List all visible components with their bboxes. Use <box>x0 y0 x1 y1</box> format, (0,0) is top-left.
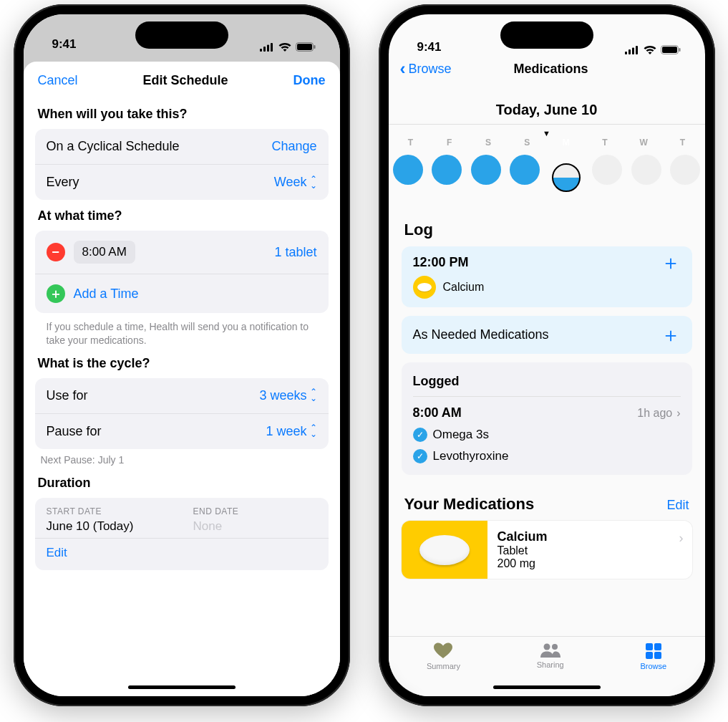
logged-item[interactable]: ✓Omega 3s <box>413 428 681 442</box>
svg-rect-3 <box>271 43 273 52</box>
dynamic-island <box>135 21 228 49</box>
your-meds-heading-row: Your Medications Edit <box>404 495 689 514</box>
as-needed-label: As Needed Medications <box>413 327 549 342</box>
pill-icon <box>419 535 470 565</box>
chevron-updown-icon: ⌃⌄ <box>310 176 317 189</box>
log-med-row[interactable]: Calcium <box>413 276 681 299</box>
every-value[interactable]: Week⌃⌄ <box>274 175 317 190</box>
day-dot[interactable] <box>592 155 622 185</box>
home-indicator[interactable] <box>493 685 601 689</box>
as-needed-card[interactable]: As Needed Medications ＋ <box>402 316 692 354</box>
home-indicator[interactable] <box>128 685 236 689</box>
medication-form: Tablet <box>498 544 682 557</box>
caret-down-icon: ▼ <box>389 129 705 138</box>
screen-right: 9:41 ‹ Browse Medications Today, June 10… <box>389 14 705 696</box>
tab-label: Browse <box>640 662 666 670</box>
add-as-needed-button[interactable]: ＋ <box>661 328 681 342</box>
tab-browse[interactable]: Browse <box>640 642 666 696</box>
svg-rect-16 <box>646 643 653 650</box>
day-label[interactable]: T <box>587 138 623 148</box>
use-for-row[interactable]: Use for 3 weeks⌃⌄ <box>35 378 329 413</box>
pause-for-value[interactable]: 1 week⌃⌄ <box>266 424 316 439</box>
every-label: Every <box>47 175 79 190</box>
day-label[interactable]: F <box>432 138 467 148</box>
done-button[interactable]: Done <box>293 73 326 88</box>
day-dot[interactable] <box>670 155 700 185</box>
add-time-label: Add a Time <box>74 287 139 302</box>
svg-rect-8 <box>628 49 631 54</box>
logged-time-row[interactable]: 8:00 AM 1h ago› <box>413 397 681 420</box>
pause-for-row[interactable]: Pause for 1 week⌃⌄ <box>35 413 329 449</box>
battery-icon <box>661 45 681 54</box>
day-label[interactable]: T <box>393 138 429 148</box>
section-when-heading: When will you take this? <box>38 107 326 122</box>
main-content[interactable]: Log 12:00 PM ＋ Calcium As Needed Medicat… <box>389 206 705 643</box>
phone-right: 9:41 ‹ Browse Medications Today, June 10… <box>379 4 715 706</box>
start-date-cell: START DATE June 10 (Today) <box>35 498 182 538</box>
day-dot-today[interactable] <box>552 163 581 192</box>
sheet-content[interactable]: When will you take this? On a Cyclical S… <box>24 95 340 696</box>
schedule-type-row: On a Cyclical Schedule Change <box>35 129 329 164</box>
edit-meds-button[interactable]: Edit <box>666 498 689 513</box>
svg-rect-0 <box>260 49 262 52</box>
edit-duration-button[interactable]: Edit <box>35 539 329 570</box>
every-row[interactable]: Every Week⌃⌄ <box>35 164 329 200</box>
phone-left: 9:41 Cancel Edit Schedule Done When will… <box>14 4 350 706</box>
day-dot[interactable] <box>631 155 661 185</box>
day-label[interactable]: T <box>664 138 700 148</box>
svg-rect-19 <box>654 652 661 659</box>
time-row: − 8:00 AM 1 tablet <box>35 231 329 274</box>
tab-label: Sharing <box>537 660 564 669</box>
chevron-right-icon: › <box>676 407 680 420</box>
day-dot[interactable] <box>471 155 501 185</box>
day-label[interactable]: S <box>509 138 545 148</box>
use-for-label: Use for <box>47 388 88 403</box>
section-time-heading: At what time? <box>38 208 326 223</box>
svg-rect-10 <box>636 46 638 54</box>
svg-rect-6 <box>314 45 315 49</box>
tab-summary[interactable]: Summary <box>427 642 460 696</box>
logged-heading: Logged <box>413 367 681 397</box>
logged-time: 8:00 AM <box>413 405 462 420</box>
day-dot[interactable] <box>393 155 423 185</box>
chevron-updown-icon: ⌃⌄ <box>310 389 317 402</box>
add-log-button[interactable]: ＋ <box>661 256 681 270</box>
add-time-row[interactable]: ＋ Add a Time <box>35 274 329 313</box>
start-date-value: June 10 (Today) <box>47 519 170 534</box>
schedule-type-label: On a Cyclical Schedule <box>47 139 180 154</box>
time-pill[interactable]: 8:00 AM <box>74 241 135 264</box>
day-dot[interactable] <box>432 155 462 185</box>
day-label[interactable]: W <box>626 138 661 148</box>
log-med-name: Calcium <box>443 281 485 294</box>
cycle-footnote: Next Pause: July 1 <box>35 449 329 467</box>
medication-name: Calcium <box>498 529 682 544</box>
medication-card[interactable]: › Calcium Tablet 200 mg <box>402 521 692 579</box>
change-button[interactable]: Change <box>271 139 316 154</box>
heart-icon <box>433 642 453 660</box>
week-calendar[interactable]: ▼ T F S S M T W T <box>389 124 705 206</box>
logged-item[interactable]: ✓Levothyroxine <box>413 449 681 463</box>
sheet-title: Edit Schedule <box>143 73 228 88</box>
schedule-card: On a Cyclical Schedule Change Every Week… <box>35 129 329 200</box>
section-cycle-heading: What is the cycle? <box>38 356 326 371</box>
day-label-selected[interactable]: M <box>548 138 584 148</box>
log-time: 12:00 PM <box>413 255 469 270</box>
logged-card: Logged 8:00 AM 1h ago› ✓Omega 3s ✓Levoth… <box>402 362 692 475</box>
battery-icon <box>296 42 316 52</box>
day-label[interactable]: S <box>470 138 506 148</box>
use-for-value[interactable]: 3 weeks⌃⌄ <box>259 388 316 403</box>
svg-point-14 <box>543 644 550 650</box>
times-card: − 8:00 AM 1 tablet ＋ Add a Time <box>35 231 329 313</box>
remove-time-button[interactable]: − <box>47 243 65 261</box>
medication-strength: 200 mg <box>498 557 682 570</box>
cellular-icon <box>260 43 274 52</box>
svg-rect-12 <box>662 47 677 53</box>
status-time: 9:41 <box>417 40 442 54</box>
cancel-button[interactable]: Cancel <box>38 73 78 88</box>
cellular-icon <box>625 46 639 54</box>
chevron-updown-icon: ⌃⌄ <box>310 425 317 438</box>
svg-rect-13 <box>679 48 680 52</box>
dose-selector[interactable]: 1 tablet <box>274 245 316 260</box>
day-dot[interactable] <box>510 155 540 185</box>
log-time-card[interactable]: 12:00 PM ＋ Calcium <box>402 246 692 307</box>
